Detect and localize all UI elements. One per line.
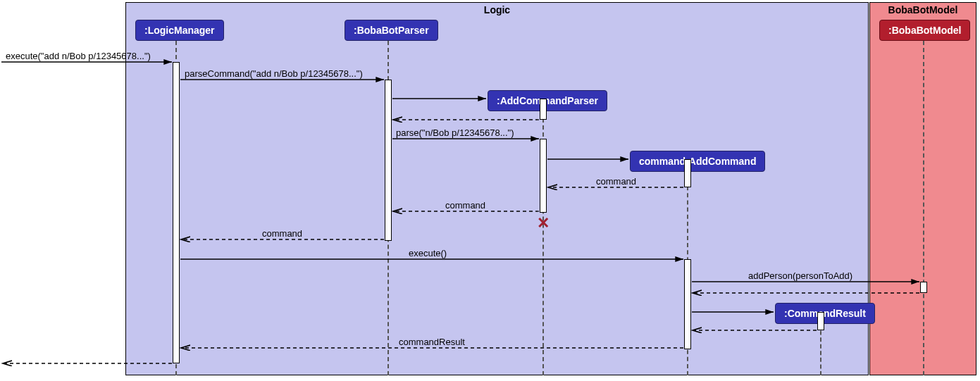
- participant-bobabotmodel: :BobaBotModel: [879, 20, 970, 41]
- msg-command-return3: command: [262, 228, 302, 239]
- participant-bobabotparser: :BobaBotParser: [345, 20, 438, 41]
- activation-commandresult: [817, 312, 824, 330]
- activation-addcommandparser-2: [540, 139, 547, 213]
- logic-frame: Logic: [125, 2, 869, 375]
- activation-addcommand-2: [684, 259, 691, 349]
- participant-addcommand: command:AddCommand: [630, 151, 765, 172]
- activation-bobabotparser: [385, 80, 392, 241]
- msg-parse: parse("n/Bob p/12345678..."): [396, 127, 514, 138]
- activation-bobabotmodel: [920, 282, 927, 293]
- msg-commandresult: commandResult: [399, 337, 465, 347]
- activation-addcommand-1: [684, 159, 691, 187]
- participant-commandresult: :CommandResult: [775, 303, 875, 324]
- msg-command-return2: command: [445, 200, 485, 211]
- participant-logicmanager: :LogicManager: [135, 20, 224, 41]
- msg-addperson: addPerson(personToAdd): [748, 270, 852, 281]
- lifeline-commandresult: [820, 324, 821, 375]
- logic-frame-label: Logic: [480, 3, 514, 17]
- msg-command-return1: command: [596, 176, 636, 187]
- msg-parsecommand: parseCommand("add n/Bob p/12345678..."): [185, 68, 363, 79]
- msg-execute-in: execute("add n/Bob p/12345678..."): [6, 51, 151, 61]
- lifeline-bobabotmodel: [923, 41, 924, 375]
- model-frame-label: BobaBotModel: [884, 3, 962, 17]
- msg-execute-call: execute(): [409, 248, 447, 258]
- activation-addcommandparser-1: [540, 99, 547, 120]
- participant-addcommandparser: :AddCommandParser: [488, 90, 607, 111]
- activation-logicmanager: [173, 62, 180, 363]
- destroy-x-icon: ✕: [537, 216, 550, 231]
